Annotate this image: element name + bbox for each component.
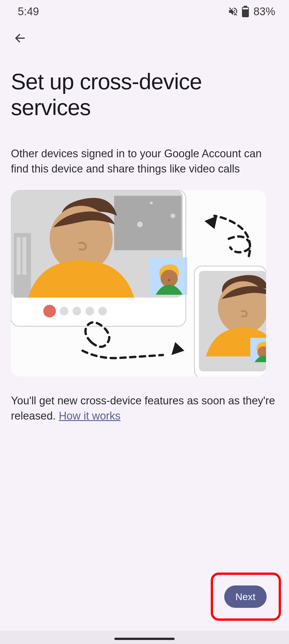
svg-point-22 <box>98 307 107 315</box>
illustration <box>11 190 266 377</box>
svg-point-17 <box>168 279 170 281</box>
svg-point-9 <box>150 201 153 204</box>
arrow-left-icon <box>14 32 26 45</box>
battery-percent: 83% <box>253 5 275 18</box>
svg-rect-7 <box>114 196 181 250</box>
bottom-strip <box>0 631 289 644</box>
svg-point-19 <box>60 307 68 315</box>
page-subtitle: Other devices signed in to your Google A… <box>11 146 278 176</box>
volume-muted-icon <box>228 6 239 17</box>
how-it-works-link[interactable]: How it works <box>59 410 120 422</box>
svg-rect-12 <box>17 237 21 275</box>
footnote: You'll get new cross-device features as … <box>11 393 278 424</box>
main-content: Set up cross-device services Other devic… <box>11 69 278 424</box>
svg-point-16 <box>161 270 178 287</box>
status-time: 5:49 <box>18 5 39 18</box>
svg-point-20 <box>73 307 81 315</box>
gesture-bar <box>114 638 175 640</box>
status-right: 83% <box>228 5 275 18</box>
svg-rect-1 <box>244 6 247 7</box>
next-button[interactable]: Next <box>224 585 267 608</box>
back-button[interactable] <box>11 30 29 47</box>
svg-point-8 <box>137 222 143 227</box>
svg-point-18 <box>43 305 56 317</box>
svg-rect-2 <box>243 8 248 9</box>
status-bar: 5:49 83% <box>0 0 289 23</box>
svg-point-21 <box>85 307 94 315</box>
svg-rect-13 <box>22 237 26 275</box>
page-title: Set up cross-device services <box>11 69 278 120</box>
footnote-text: You'll get new cross-device features as … <box>11 395 275 422</box>
battery-icon <box>242 6 249 17</box>
svg-point-10 <box>171 214 175 218</box>
